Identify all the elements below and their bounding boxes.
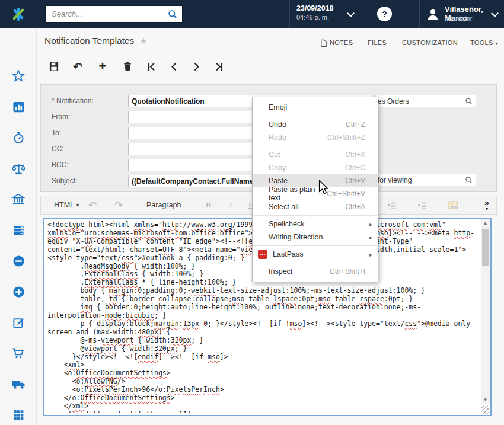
menu-item-writing-direction[interactable]: Writing Direction▸ [253, 231, 378, 244]
redo-arrow-icon: ↷ [114, 199, 123, 212]
edit-icon [12, 316, 25, 330]
page-title: Notification Templates★ [44, 36, 148, 46]
topbar-divider [37, 0, 37, 28]
plus-icon: + [99, 60, 107, 73]
chevron-down-icon: ▾ [484, 207, 489, 212]
truck-icon [11, 377, 26, 392]
scroll-up-arrow-icon[interactable]: ▲ [481, 221, 490, 226]
undo-arrow-icon: ↶ [88, 199, 97, 212]
user-avatar-icon[interactable] [426, 7, 440, 21]
notes-doc-icon[interactable] [320, 39, 327, 47]
subject-label: Subject: [52, 175, 126, 187]
menu-item-spellcheck[interactable]: Spellcheck▸ [253, 218, 378, 231]
minus-circle-icon [12, 254, 25, 268]
browser-context-menu: Emoji UndoCtrl+Z RedoCtrl+Shift+Z CutCtr… [252, 97, 378, 282]
submenu-arrow-icon: ▸ [369, 251, 372, 258]
sidebar-item-shipments[interactable] [0, 369, 37, 400]
sidebar-item-receivables[interactable] [0, 276, 37, 307]
menu-item-undo[interactable]: UndoCtrl+Z [253, 118, 378, 131]
scrollbar-thumb[interactable] [482, 229, 489, 266]
help-button[interactable]: ? [377, 7, 392, 21]
save-button[interactable] [46, 59, 62, 74]
resize-grip[interactable] [481, 405, 489, 414]
user-company: Interastar [445, 15, 472, 22]
go-first-button[interactable] [143, 59, 159, 74]
to-label: To: [52, 127, 126, 139]
paragraph-style-selector[interactable]: Paragraph [146, 196, 181, 214]
sidebar-item-taxes[interactable] [0, 153, 37, 184]
search-input[interactable] [50, 9, 168, 19]
lookup-magnifier-icon[interactable] [465, 97, 473, 105]
bank-icon [11, 192, 25, 206]
bold-button[interactable]: B [206, 196, 211, 214]
business-time: 04:46 p. m. [296, 14, 334, 22]
search-icon[interactable] [168, 9, 177, 19]
menu-item-select-all[interactable]: Select allCtrl+A [253, 200, 378, 213]
indent-button[interactable] [417, 196, 428, 214]
grid-icon [12, 408, 25, 421]
menu-item-paste-plain[interactable]: Paste as plain textCtrl+Shift+V [253, 187, 378, 200]
notes-link[interactable]: NOTES [330, 39, 353, 46]
image-icon [448, 200, 459, 210]
menu-item-emoji[interactable]: Emoji [253, 101, 378, 114]
bcc-label: BCC: [52, 159, 126, 171]
sidebar-item-dashboards[interactable] [0, 91, 37, 122]
insert-image-button[interactable] [448, 196, 459, 214]
scroll-down-arrow-icon[interactable]: ▼ [481, 397, 490, 402]
topbar-divider [363, 0, 363, 28]
submenu-arrow-icon: ▸ [369, 234, 372, 241]
global-search[interactable] [45, 5, 183, 23]
outdent-button[interactable] [386, 196, 397, 214]
asterisk-logo-icon [11, 7, 26, 22]
menu-separator [253, 116, 378, 116]
editor-redo-button[interactable]: ↷ [114, 196, 123, 214]
italic-button[interactable]: I [229, 196, 232, 214]
tools-menu[interactable]: TOOLS▾ [470, 39, 498, 46]
sidebar-item-projects[interactable] [0, 215, 37, 245]
sidebar-item-payables[interactable] [0, 245, 37, 276]
menu-item-redo: RedoCtrl+Shift+Z [253, 131, 378, 144]
indent-icon [417, 200, 428, 210]
mode-selector[interactable]: HTML▾ [54, 196, 79, 214]
delete-button[interactable] [120, 59, 135, 74]
menu-item-inspect[interactable]: InspectCtrl+Shift+I [253, 265, 378, 278]
menu-item-copy: CopyCtrl+C [253, 161, 378, 174]
notification-label: * Notification: [52, 95, 126, 107]
go-next-button[interactable] [189, 59, 204, 74]
sidebar-item-time-and-expenses[interactable] [0, 122, 37, 153]
date-chevron-down-icon[interactable] [347, 9, 355, 17]
tools-chevron-down-icon: ▾ [496, 41, 498, 46]
sidebar-item-banking[interactable] [0, 184, 37, 215]
shopping-cart-icon [11, 346, 25, 360]
menu-separator [253, 263, 378, 263]
editor-undo-button[interactable]: ↶ [88, 196, 97, 214]
save-floppy-icon [49, 61, 59, 72]
sidebar-item-favorites[interactable] [0, 60, 37, 91]
favorite-star-icon[interactable]: ★ [139, 36, 147, 46]
sidebar-item-purchases[interactable] [0, 338, 37, 369]
toolbar-overflow-button[interactable]: » ▾ [484, 198, 489, 212]
report-lookup-field[interactable]: for viewing [374, 174, 476, 186]
sidebar-item-more-items[interactable] [0, 400, 37, 425]
vertical-scrollbar[interactable]: ▲ ▼ [481, 219, 490, 404]
cancel-button[interactable]: ↶ [70, 59, 85, 74]
go-previous-icon [169, 61, 179, 72]
customization-link[interactable]: CUSTOMIZATION [402, 39, 458, 46]
stopwatch-icon [12, 131, 25, 145]
sidebar-item-sales-quotes[interactable] [0, 307, 37, 338]
menu-item-lastpass[interactable]: LastPass▸ [253, 248, 378, 261]
business-date-selector[interactable]: 23/09/2018 04:46 p. m. [296, 4, 334, 21]
help-question-icon: ? [382, 9, 387, 19]
scales-icon [11, 161, 26, 176]
go-last-button[interactable] [211, 59, 227, 74]
lastpass-icon [258, 250, 267, 259]
app-logo[interactable] [0, 0, 37, 28]
screen-lookup-field[interactable]: es Orders [374, 95, 476, 107]
files-link[interactable]: FILES [368, 39, 387, 46]
go-last-icon [214, 61, 224, 72]
go-previous-button[interactable] [166, 59, 181, 74]
menu-separator [253, 215, 378, 216]
add-new-button[interactable]: + [95, 59, 110, 74]
bar-chart-icon [12, 100, 25, 114]
lookup-magnifier-icon[interactable] [465, 176, 473, 184]
